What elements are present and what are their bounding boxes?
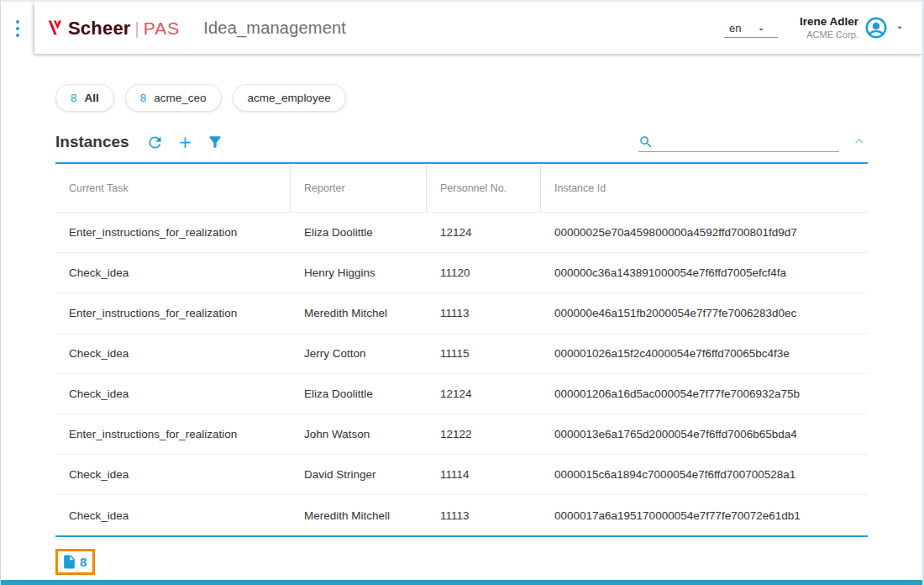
cell-instance-id: 000001026a15f2c4000054e7f6ffd70065bc4f3e <box>541 347 868 360</box>
cell-personnel-no: 12122 <box>427 428 541 440</box>
cell-reporter: John Watson <box>291 428 427 440</box>
chevron-up-icon <box>851 133 868 150</box>
avatar-icon <box>864 15 889 40</box>
cell-instance-id: 0000017a6a195170000054e7f77fe70072e61db1 <box>541 509 868 522</box>
cell-instance-id: 0000013e6a1765d2000054e7f6ffd7006b65bda4 <box>541 428 868 440</box>
instances-toolbar: Instances <box>55 129 868 155</box>
logo-product-text: PAS <box>144 18 180 39</box>
cell-task: Check_idea <box>55 387 291 400</box>
cell-personnel-no: 12124 <box>427 226 541 239</box>
user-name: Irene Adler <box>800 15 858 29</box>
cell-instance-id: 00000025e70a459800000a4592ffd700801fd9d7 <box>541 226 868 239</box>
header-main: Scheer | PAS Idea_management en Irene Ad… <box>34 2 922 54</box>
table-row[interactable]: Check_ideaJerry Cotton11115000001026a15f… <box>55 334 868 374</box>
chip-count: 8 <box>140 92 147 104</box>
user-text: Irene Adler ACME Corp. <box>800 15 858 41</box>
nav-strip <box>1 2 34 54</box>
cell-reporter: David Stringer <box>291 468 427 481</box>
chip-label: acme_employee <box>248 92 331 104</box>
cell-instance-id: 000000c36a143891000054e7f6ffd7005efcf4fa <box>541 266 868 279</box>
table-row[interactable]: Check_ideaHenry Higgins11120000000c36a14… <box>55 253 868 293</box>
section-title: Instances <box>55 133 129 151</box>
user-menu[interactable]: Irene Adler ACME Corp. <box>800 15 906 41</box>
search-icon <box>638 134 654 150</box>
cell-task: Enter_instructions_for_realization <box>55 307 291 319</box>
chevron-down-icon <box>756 24 766 34</box>
filter-chip-all[interactable]: 8 All <box>55 84 114 112</box>
table-row[interactable]: Enter_instructions_for_realizationMeredi… <box>55 293 868 334</box>
filter-chip-row: 8 All 8 acme_ceo acme_employee <box>55 84 868 112</box>
refresh-button[interactable] <box>146 134 164 151</box>
table-header-row: Current Task Reporter Personnel No. Inst… <box>55 164 868 213</box>
logo-brand-text: Scheer <box>68 18 131 40</box>
content: 8 All 8 acme_ceo acme_employee Instances <box>1 84 922 575</box>
cell-instance-id: 000001206a16d5ac000054e7f77fe7006932a75b <box>541 387 868 400</box>
user-menu-caret-icon <box>894 22 906 34</box>
document-icon <box>61 554 77 570</box>
cell-personnel-no: 11113 <box>427 307 541 319</box>
cell-personnel-no: 12124 <box>427 387 541 400</box>
cell-task: Enter_instructions_for_realization <box>55 226 291 239</box>
cell-task: Enter_instructions_for_realization <box>55 428 291 440</box>
cell-personnel-no: 11113 <box>427 509 541 522</box>
table-row[interactable]: Enter_instructions_for_realizationJohn W… <box>55 414 868 455</box>
cell-personnel-no: 11120 <box>427 266 541 279</box>
header: Scheer | PAS Idea_management en Irene Ad… <box>1 2 922 54</box>
record-count-badge[interactable]: 8 <box>55 549 95 575</box>
column-header-instance-id[interactable]: Instance Id <box>541 164 868 212</box>
user-org: ACME Corp. <box>806 29 858 41</box>
chip-count: 8 <box>71 92 77 104</box>
cell-personnel-no: 11114 <box>427 468 541 481</box>
record-count-value: 8 <box>80 555 87 569</box>
header-right: en Irene Adler ACME Corp. <box>724 15 906 41</box>
search-input[interactable] <box>659 133 839 150</box>
app-window: Scheer | PAS Idea_management en Irene Ad… <box>0 0 924 585</box>
kebab-menu-icon[interactable] <box>16 20 19 54</box>
column-header-reporter[interactable]: Reporter <box>291 164 427 212</box>
language-selected-value: en <box>729 22 741 34</box>
scheer-logo-mark <box>48 18 65 37</box>
chip-label: All <box>85 92 99 104</box>
funnel-icon <box>207 134 223 150</box>
cell-personnel-no: 11115 <box>427 347 541 360</box>
chip-label: acme_ceo <box>154 92 206 104</box>
search-box <box>638 133 839 152</box>
table-footer: 8 <box>55 549 868 575</box>
add-instance-button[interactable] <box>176 134 194 151</box>
table-row[interactable]: Enter_instructions_for_realizationEliza … <box>55 213 868 253</box>
table-bottom-rule <box>55 535 868 537</box>
cell-task: Check_idea <box>55 347 291 360</box>
cell-task: Check_idea <box>55 509 291 522</box>
filter-chip-acme-ceo[interactable]: 8 acme_ceo <box>125 84 222 112</box>
language-select[interactable]: en <box>724 18 778 38</box>
cell-reporter: Eliza Doolittle <box>291 226 427 239</box>
plus-icon <box>176 134 194 151</box>
cell-reporter: Meredith Mitchel <box>291 307 427 319</box>
instances-table-body: Enter_instructions_for_realizationEliza … <box>55 213 868 535</box>
collapse-panel-button[interactable] <box>851 133 868 152</box>
filter-button[interactable] <box>207 134 223 150</box>
filter-chip-acme-employee[interactable]: acme_employee <box>233 84 346 112</box>
refresh-icon <box>146 134 164 151</box>
cell-task: Check_idea <box>55 266 291 279</box>
table-row[interactable]: Check_ideaMeredith Mitchell111130000017a… <box>55 495 868 535</box>
cell-task: Check_idea <box>55 468 291 481</box>
cell-reporter: Henry Higgins <box>291 266 427 279</box>
scheer-pas-logo: Scheer | PAS <box>48 16 180 40</box>
column-header-personnel-no[interactable]: Personnel No. <box>427 164 541 212</box>
bottom-accent-bar <box>1 580 922 585</box>
cell-instance-id: 0000015c6a1894c7000054e7f6ffd700700528a1 <box>541 468 868 481</box>
table-row[interactable]: Check_ideaEliza Doolittle12124000001206a… <box>55 374 868 414</box>
logo-divider: | <box>135 19 139 39</box>
cell-reporter: Jerry Cotton <box>291 347 427 360</box>
column-header-current-task[interactable]: Current Task <box>55 164 291 212</box>
cell-reporter: Meredith Mitchell <box>291 509 427 522</box>
cell-instance-id: 000000e46a151fb2000054e7f77fe7006283d0ec <box>541 307 868 319</box>
table-row[interactable]: Check_ideaDavid Stringer111140000015c6a1… <box>55 455 868 495</box>
app-title: Idea_management <box>203 18 346 38</box>
cell-reporter: Eliza Doolittle <box>291 387 427 400</box>
